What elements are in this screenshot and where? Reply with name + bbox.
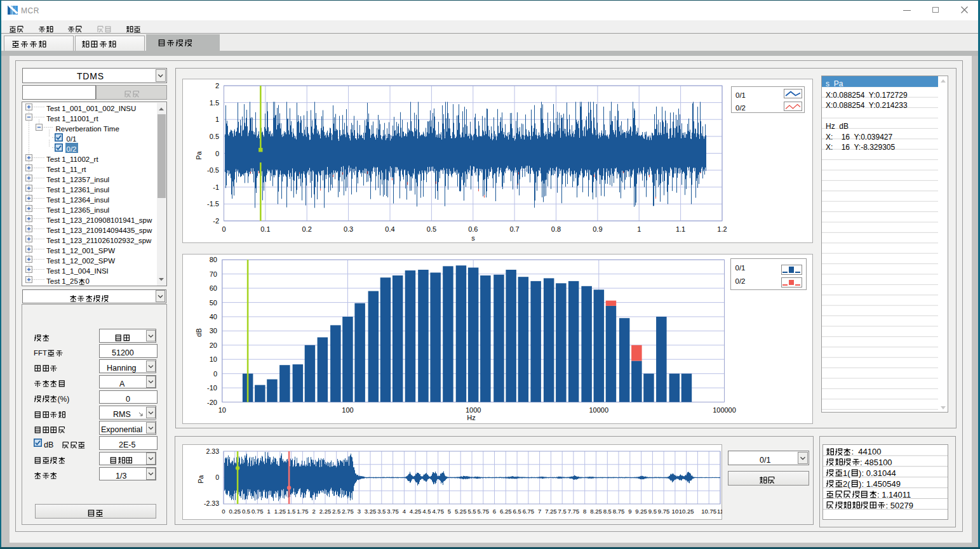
svg-text:0.7: 0.7 — [509, 225, 519, 233]
svg-text:1.2: 1.2 — [717, 225, 727, 233]
svg-text:2.5: 2.5 — [332, 508, 340, 515]
svg-text:4.25: 4.25 — [410, 508, 422, 515]
svg-text:2.75: 2.75 — [342, 508, 354, 515]
svg-text:5: 5 — [448, 508, 451, 515]
svg-text:0.2: 0.2 — [302, 225, 312, 233]
svg-text:0: 0 — [215, 150, 219, 157]
svg-text:8.25: 8.25 — [590, 508, 602, 515]
svg-text:s: s — [471, 234, 475, 242]
svg-text:10.75: 10.75 — [701, 508, 716, 515]
svg-text:2.25: 2.25 — [319, 508, 332, 515]
svg-text:10000: 10000 — [589, 406, 609, 414]
svg-text:3.25: 3.25 — [365, 508, 377, 515]
svg-text:30: 30 — [210, 327, 217, 334]
svg-text:10: 10 — [210, 355, 217, 363]
svg-text:3: 3 — [358, 508, 361, 515]
svg-text:0.5: 0.5 — [242, 508, 250, 515]
svg-text:40: 40 — [210, 313, 217, 321]
svg-text:4.75: 4.75 — [432, 508, 444, 515]
svg-text:0.75: 0.75 — [252, 508, 264, 515]
svg-text:7.25: 7.25 — [545, 508, 557, 515]
svg-text:10.25: 10.25 — [679, 508, 694, 515]
svg-text:-2: -2 — [213, 217, 219, 225]
svg-text:1.5: 1.5 — [287, 508, 295, 515]
svg-text:9.5: 9.5 — [648, 508, 657, 515]
svg-text:4: 4 — [403, 508, 406, 515]
svg-text:7.75: 7.75 — [568, 508, 580, 515]
svg-text:1.5: 1.5 — [210, 99, 219, 107]
svg-text:1.75: 1.75 — [297, 508, 309, 515]
svg-text:8.5: 8.5 — [603, 508, 612, 515]
svg-text:1: 1 — [267, 508, 270, 515]
svg-text:dB: dB — [195, 328, 203, 336]
svg-text:0: 0 — [215, 473, 219, 481]
svg-text:6: 6 — [493, 508, 496, 515]
svg-text:0: 0 — [213, 370, 217, 378]
svg-text:70: 70 — [210, 270, 217, 278]
svg-text:1: 1 — [215, 116, 219, 123]
svg-text:-1.5: -1.5 — [207, 200, 219, 208]
svg-text:4.5: 4.5 — [422, 508, 431, 515]
svg-text:100000: 100000 — [713, 406, 736, 414]
svg-text:-2.33: -2.33 — [204, 499, 219, 507]
svg-text:2.33: 2.33 — [206, 447, 220, 455]
svg-text:0.5: 0.5 — [210, 133, 219, 140]
svg-text:100: 100 — [342, 406, 353, 414]
svg-text:5.5: 5.5 — [467, 508, 476, 515]
svg-text:6.5: 6.5 — [513, 508, 521, 515]
svg-text:3.5: 3.5 — [377, 508, 386, 515]
svg-text:9.75: 9.75 — [658, 508, 670, 515]
svg-text:1.1: 1.1 — [676, 225, 685, 233]
svg-text:20: 20 — [210, 341, 217, 349]
svg-text:1: 1 — [637, 225, 641, 233]
svg-text:-1: -1 — [213, 183, 219, 191]
svg-text:3.75: 3.75 — [387, 508, 399, 515]
svg-text:2: 2 — [215, 82, 219, 89]
svg-text:0.8: 0.8 — [551, 225, 561, 233]
svg-text:-20: -20 — [207, 399, 217, 406]
svg-text:5.25: 5.25 — [455, 508, 467, 515]
svg-text:1.25: 1.25 — [274, 508, 286, 515]
svg-text:80: 80 — [210, 256, 217, 263]
svg-text:9: 9 — [628, 508, 631, 515]
svg-text:0.9: 0.9 — [593, 225, 602, 233]
svg-text:10: 10 — [672, 508, 679, 515]
svg-text:0: 0 — [222, 225, 225, 233]
svg-text:2: 2 — [312, 508, 316, 515]
svg-text:0.1: 0.1 — [260, 225, 270, 233]
svg-text:7: 7 — [538, 508, 541, 515]
svg-text:50: 50 — [210, 299, 217, 307]
svg-text:-0.5: -0.5 — [207, 166, 219, 174]
svg-text:Hz: Hz — [467, 414, 475, 421]
svg-text:0: 0 — [222, 508, 225, 515]
svg-text:11: 11 — [717, 508, 722, 515]
svg-text:8.75: 8.75 — [613, 508, 625, 515]
svg-text:0.6: 0.6 — [468, 225, 478, 233]
svg-text:0.5: 0.5 — [427, 225, 436, 233]
svg-text:60: 60 — [210, 284, 217, 292]
svg-text:0.3: 0.3 — [344, 225, 353, 233]
svg-text:1000: 1000 — [466, 406, 481, 414]
svg-text:9.25: 9.25 — [635, 508, 647, 515]
svg-text:6.75: 6.75 — [523, 508, 535, 515]
svg-text:0.25: 0.25 — [229, 508, 241, 515]
svg-text:5.75: 5.75 — [478, 508, 490, 515]
svg-text:8: 8 — [583, 508, 586, 515]
svg-text:Pa: Pa — [197, 475, 205, 483]
svg-text:-10: -10 — [207, 384, 217, 392]
svg-text:0.4: 0.4 — [385, 225, 394, 233]
svg-text:6.25: 6.25 — [500, 508, 512, 515]
svg-text:7.5: 7.5 — [558, 508, 567, 515]
svg-text:Pa: Pa — [195, 150, 203, 159]
svg-text:10: 10 — [218, 406, 226, 414]
